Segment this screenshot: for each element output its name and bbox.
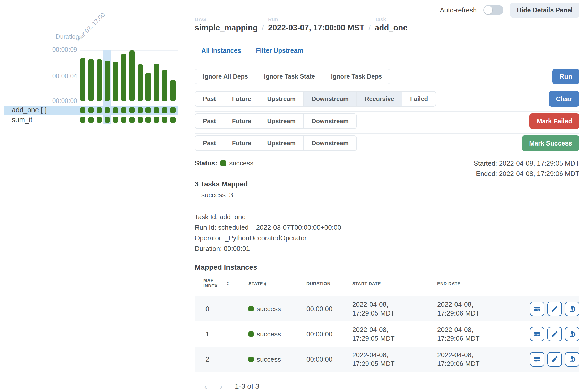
- clear-past-chip[interactable]: Past: [195, 91, 224, 107]
- duration-bar[interactable]: [97, 59, 102, 101]
- hide-details-panel-button[interactable]: Hide Details Panel: [510, 3, 579, 18]
- airflow-grid-page: Auto-refresh Hide Details Panel Duration…: [0, 0, 584, 392]
- duration-bar[interactable]: [121, 54, 126, 101]
- tab-all-instances[interactable]: All Instances: [201, 47, 241, 54]
- tab-filter-upstream[interactable]: Filter Upstream: [256, 47, 303, 54]
- breadcrumb-separator: /: [262, 23, 264, 32]
- ignore-task-deps-button[interactable]: Ignore Task Deps: [323, 69, 390, 84]
- task-instance-square[interactable]: [80, 117, 85, 123]
- table-row: 2 success 00:00:00 2022-04-08, 17:29:05 …: [195, 347, 579, 372]
- column-header-duration: DURATION: [306, 281, 330, 286]
- task-instance-square[interactable]: [162, 107, 167, 113]
- task-instance-square[interactable]: [113, 107, 118, 113]
- task-instance-square[interactable]: [138, 107, 143, 113]
- log-button[interactable]: [565, 302, 579, 316]
- task-instance-square[interactable]: [138, 117, 143, 123]
- duration-bar[interactable]: [145, 73, 151, 101]
- failed-future-chip[interactable]: Future: [224, 113, 260, 129]
- task-instance-square[interactable]: [88, 117, 94, 123]
- clear-downstream-chip[interactable]: Downstream: [303, 91, 357, 107]
- log-button[interactable]: [565, 327, 579, 341]
- clear-future-chip[interactable]: Future: [224, 91, 260, 107]
- status-section: Status: success Started: 2022-04-08, 17:…: [195, 159, 579, 167]
- task-instance-square[interactable]: [129, 107, 135, 113]
- breadcrumb-task-label: Task: [375, 16, 407, 22]
- log-button[interactable]: [565, 352, 579, 367]
- task-row-add-one[interactable]: add_one [ ]: [4, 106, 178, 115]
- task-label-add-one[interactable]: add_one [ ]: [12, 106, 47, 114]
- status-label: Status:: [195, 159, 217, 167]
- duration-bar[interactable]: [154, 64, 159, 101]
- breadcrumb-dag-value[interactable]: simple_mapping: [195, 23, 258, 32]
- ignore-task-state-button[interactable]: Ignore Task State: [256, 69, 323, 84]
- mark-success-button[interactable]: Mark Success: [522, 135, 579, 151]
- breadcrumb-separator: /: [368, 23, 371, 32]
- next-page-button[interactable]: ›: [215, 381, 227, 391]
- duration-bar[interactable]: [80, 58, 85, 101]
- duration-bar[interactable]: [170, 80, 176, 101]
- duration-bar[interactable]: [129, 50, 135, 101]
- task-instance-square[interactable]: [129, 117, 135, 123]
- task-instance-square[interactable]: [170, 117, 176, 123]
- pencil-icon: [551, 330, 559, 338]
- clear-failed-chip[interactable]: Failed: [402, 91, 436, 107]
- table-row: 0 success 00:00:00 2022-04-08, 17:29:05 …: [195, 296, 579, 321]
- duration-bar[interactable]: [162, 70, 167, 101]
- start-date-cell: 2022-04-08, 17:29:05 MDT: [352, 321, 395, 347]
- task-instance-square[interactable]: [121, 117, 126, 123]
- failed-downstream-chip[interactable]: Downstream: [303, 113, 357, 129]
- breadcrumb-run-value[interactable]: 2022-03-07, 17:00:00 MST: [268, 23, 364, 32]
- clear-upstream-chip[interactable]: Upstream: [259, 91, 304, 107]
- task-instance-square[interactable]: [97, 117, 102, 123]
- breadcrumb-task-value[interactable]: add_one: [375, 23, 407, 32]
- failed-upstream-chip[interactable]: Upstream: [259, 113, 304, 129]
- run-button[interactable]: Run: [552, 69, 579, 84]
- auto-refresh-toggle[interactable]: [483, 5, 503, 15]
- rendered-templates-button[interactable]: [547, 327, 562, 341]
- duration-line: Duration: 00:00:01: [195, 243, 341, 254]
- toggle-knob-icon: [484, 6, 492, 14]
- grid-details-button[interactable]: [530, 352, 544, 367]
- duration-bar[interactable]: [105, 61, 110, 101]
- duration-bar[interactable]: [88, 59, 94, 101]
- task-instance-square[interactable]: [162, 117, 167, 123]
- clear-recursive-chip[interactable]: Recursive: [356, 91, 402, 107]
- row-actions: [530, 352, 579, 367]
- task-instance-square[interactable]: [121, 107, 126, 113]
- rendered-templates-button[interactable]: [547, 352, 562, 367]
- ignore-all-deps-button[interactable]: Ignore All Deps: [195, 69, 256, 84]
- task-instance-square[interactable]: [113, 117, 118, 123]
- task-instance-square[interactable]: [145, 117, 151, 123]
- task-label-sum-it[interactable]: sum_it: [12, 116, 32, 124]
- duration-cell: 00:00:00: [306, 321, 332, 347]
- task-instance-square[interactable]: [80, 107, 85, 113]
- rendered-templates-button[interactable]: [547, 302, 562, 316]
- success-future-chip[interactable]: Future: [224, 135, 260, 151]
- pagination: ‹ › 1-3 of 3: [200, 381, 259, 391]
- grid-details-button[interactable]: [530, 327, 544, 341]
- grid-details-button[interactable]: [530, 302, 544, 316]
- task-row-sum-it[interactable]: sum_it: [4, 115, 178, 125]
- breadcrumb: DAG simple_mapping / Run 2022-03-07, 17:…: [195, 16, 408, 32]
- task-instance-square[interactable]: [105, 107, 110, 113]
- task-instance-square[interactable]: [170, 107, 176, 113]
- task-instance-square[interactable]: [154, 107, 159, 113]
- task-instance-square[interactable]: [105, 117, 110, 123]
- success-upstream-chip[interactable]: Upstream: [259, 135, 304, 151]
- mark-failed-action-row: Past Future Upstream Downstream Mark Fai…: [195, 113, 579, 129]
- task-instance-square[interactable]: [97, 107, 102, 113]
- duration-cell: 00:00:00: [306, 296, 332, 321]
- previous-page-button[interactable]: ‹: [200, 381, 212, 391]
- success-past-chip[interactable]: Past: [195, 135, 224, 151]
- task-instance-square[interactable]: [154, 117, 159, 123]
- sort-icon[interactable]: ▴▾: [264, 282, 266, 286]
- failed-past-chip[interactable]: Past: [195, 113, 224, 129]
- task-instance-square[interactable]: [88, 107, 94, 113]
- task-instance-square[interactable]: [145, 107, 151, 113]
- duration-bar[interactable]: [113, 62, 118, 101]
- success-downstream-chip[interactable]: Downstream: [303, 135, 357, 151]
- clear-button[interactable]: Clear: [549, 91, 579, 107]
- mark-failed-button[interactable]: Mark Failed: [529, 113, 579, 129]
- sort-icon[interactable]: ▴▾: [227, 281, 229, 286]
- duration-bar[interactable]: [138, 64, 143, 101]
